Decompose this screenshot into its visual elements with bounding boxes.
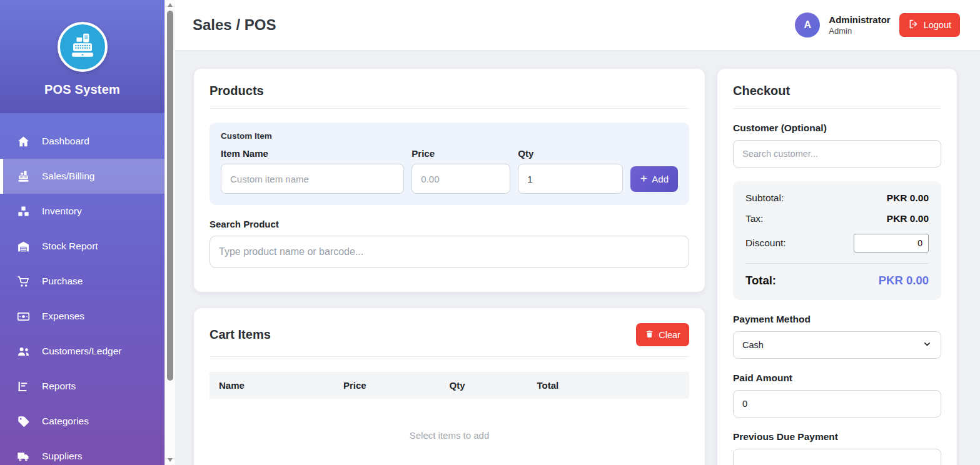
shopping-cart-icon: [17, 275, 30, 288]
subtotal-label: Subtotal:: [745, 192, 784, 204]
sidebar-item-label: Stock Report: [42, 241, 98, 252]
checkout-card: Checkout Customer (Optional) Subtotal: P…: [717, 69, 957, 465]
payment-method-select[interactable]: Cash: [733, 331, 941, 359]
discount-input[interactable]: [854, 234, 929, 252]
qty-input[interactable]: [518, 164, 623, 194]
content: Products Custom Item Item Name Price: [175, 50, 980, 465]
home-icon: [17, 135, 30, 148]
search-product-label: Search Product: [210, 219, 689, 229]
cart-card: Cart Items Clear Name Price Qty: [194, 308, 705, 465]
previous-due-label: Previous Due Payment: [733, 431, 941, 442]
qty-label: Qty: [518, 148, 623, 159]
sidebar-item-stock-report[interactable]: Stock Report: [0, 229, 164, 264]
price-input[interactable]: [412, 164, 510, 194]
previous-due-input[interactable]: [733, 449, 941, 465]
cart-column-total: Total: [537, 380, 680, 391]
sidebar-item-expenses[interactable]: Expenses: [0, 299, 164, 334]
sidebar-item-label: Sales/Billing: [42, 171, 94, 182]
money-bill-icon: [17, 310, 30, 323]
divider: [210, 108, 689, 109]
sidebar-item-purchase[interactable]: Purchase: [0, 264, 164, 299]
sidebar-header: POS System: [0, 0, 164, 113]
warehouse-icon: [17, 240, 30, 253]
add-custom-item-button[interactable]: Add: [630, 166, 678, 192]
page-title: Sales / POS: [193, 16, 276, 34]
truck-icon: [17, 450, 30, 463]
cart-column-name: Name: [219, 380, 343, 391]
user-name: Administrator: [829, 14, 890, 26]
left-column: Products Custom Item Item Name Price: [194, 69, 705, 465]
top-header: Sales / POS A Administrator Admin Logout: [175, 0, 980, 50]
summary-divider: [745, 263, 929, 264]
sidebar-item-sales-billing[interactable]: Sales/Billing: [0, 159, 164, 194]
paid-amount-label: Paid Amount: [733, 372, 941, 384]
customer-search-input[interactable]: [733, 140, 941, 168]
subtotal-value: PKR 0.00: [887, 192, 929, 204]
chart-icon: [17, 380, 30, 393]
sidebar-item-label: Expenses: [42, 311, 84, 322]
total-value: PKR 0.00: [879, 274, 929, 288]
clear-label: Clear: [659, 330, 680, 340]
sidebar-item-customers-ledger[interactable]: Customers/Ledger: [0, 334, 164, 369]
scrollbar-down-arrow[interactable]: [168, 458, 173, 462]
products-card: Products Custom Item Item Name Price: [194, 69, 705, 292]
logout-label: Logout: [924, 20, 951, 30]
sidebar-item-dashboard[interactable]: Dashboard: [0, 124, 164, 159]
sidebar-item-label: Suppliers: [42, 451, 83, 462]
plus-icon: [640, 174, 648, 184]
paid-amount-input[interactable]: [733, 390, 941, 418]
user-info: Administrator Admin: [829, 14, 890, 36]
user-role: Admin: [829, 26, 890, 36]
app-logo: [58, 22, 108, 72]
products-title: Products: [210, 84, 689, 98]
user-area: A Administrator Admin Logout: [795, 12, 960, 38]
payment-method-label: Payment Method: [733, 314, 941, 325]
custom-item-panel: Custom Item Item Name Price Qt: [210, 122, 689, 205]
sidebar-item-suppliers[interactable]: Suppliers: [0, 439, 164, 465]
main-area: Sales / POS A Administrator Admin Logout: [175, 0, 980, 465]
clear-cart-button[interactable]: Clear: [636, 323, 689, 346]
payment-method-value: Cash: [742, 340, 764, 350]
sidebar-item-categories[interactable]: Categories: [0, 404, 164, 439]
cash-register-icon: [17, 170, 30, 183]
app-title: POS System: [44, 82, 120, 97]
app-root: POS System Dashboard: [0, 0, 980, 465]
right-column: Checkout Customer (Optional) Subtotal: P…: [717, 69, 957, 465]
sidebar-item-label: Inventory: [42, 206, 82, 217]
tax-value: PKR 0.00: [887, 213, 929, 224]
sign-out-icon: [908, 19, 919, 31]
sidebar: POS System Dashboard: [0, 0, 164, 465]
divider: [210, 356, 689, 357]
total-label: Total:: [745, 274, 776, 288]
scrollbar-up-arrow[interactable]: [168, 3, 173, 7]
sidebar-scrollbar[interactable]: [164, 0, 175, 465]
add-label: Add: [652, 174, 669, 184]
custom-item-label: Custom Item: [221, 131, 678, 141]
boxes-icon: [17, 205, 30, 218]
sidebar-item-label: Purchase: [42, 276, 83, 287]
tax-label: Tax:: [745, 213, 763, 224]
logout-button[interactable]: Logout: [899, 13, 960, 37]
item-name-label: Item Name: [221, 148, 404, 159]
scrollbar-thumb[interactable]: [167, 11, 173, 381]
item-name-input[interactable]: [221, 164, 404, 194]
avatar: A: [795, 12, 820, 38]
users-icon: [17, 345, 30, 358]
cart-table-header: Name Price Qty Total: [210, 372, 689, 399]
customer-label: Customer (Optional): [733, 122, 941, 134]
sidebar-item-label: Reports: [42, 381, 76, 392]
price-label: Price: [412, 148, 510, 159]
sidebar-item-reports[interactable]: Reports: [0, 369, 164, 404]
trash-icon: [645, 329, 654, 341]
sidebar-nav: Dashboard: [0, 113, 164, 465]
sidebar-item-label: Dashboard: [42, 136, 89, 147]
product-search-input[interactable]: [210, 236, 689, 268]
sidebar-item-label: Categories: [42, 416, 89, 427]
divider: [733, 108, 941, 109]
chevron-down-icon: [922, 339, 932, 351]
discount-label: Discount:: [745, 238, 786, 249]
tags-icon: [17, 415, 30, 428]
sidebar-item-label: Customers/Ledger: [42, 346, 122, 357]
sidebar-item-inventory[interactable]: Inventory: [0, 194, 164, 229]
cash-register-logo-icon: [68, 31, 97, 62]
